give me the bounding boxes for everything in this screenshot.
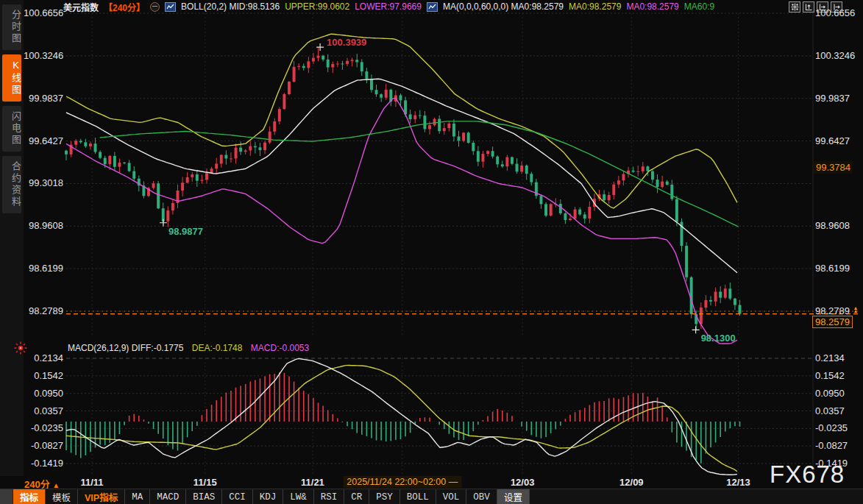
toolbar-item-12[interactable]: BOLL [400,489,436,504]
x-tick-label: 12/13 [726,477,750,488]
boll-lower-value: LOWER:97.9669 [355,1,422,12]
sidebar: 分时图K线图闪电图合约资料 [0,0,24,486]
toolbar-item-3[interactable]: MA [125,489,150,504]
toolbar-item-1[interactable]: 模板 [46,489,78,504]
boll-mid-value: BOLL(20,2) MID:98.5136 [181,1,280,12]
price-up-arrows-icon: ▲▲ [852,307,859,313]
boll-upper-value: UPPER:99.0602 [285,1,349,12]
x-axis-row: 240分 ▲ 2025/11/24 22:00~02:00 — 11/1111/… [0,476,863,489]
sidebar-tab-2[interactable]: 闪电图 [2,106,21,152]
crosshair-icon[interactable] [789,1,800,13]
macd-y-label-right: 0.0357 [815,407,845,416]
toolbar-item-8[interactable]: LW& [283,489,314,504]
toolbar-item-11[interactable]: PSY [369,489,400,504]
x-tick-label: 11/11 [80,477,103,488]
ma-params-value: MA(0,0,0,60,0,0) MA0:98.2579 [443,1,564,12]
x-tick-label: 11/15 [193,477,217,488]
ma-indicator-icon[interactable] [427,2,438,12]
main-y-label-left: 99.3018 [24,179,63,188]
ma0-magenta-value: MA0:98.2579 [626,1,678,12]
main-y-label-right: 98.9608 [815,221,850,230]
sidebar-tab-1[interactable]: K线图 [2,54,21,102]
macd-y-label-left: -0.0235 [24,424,63,433]
macd-y-label-left: -0.1419 [24,459,63,468]
period-label: 【240分】 [104,1,145,13]
watermark: FX678 [770,461,845,489]
toolbar-item-4[interactable]: MACD [150,489,186,504]
macd-dea-value: DEA:-0.1748 [192,343,243,353]
main-y-label-left: 99.9837 [24,94,63,103]
toolbar-item-13[interactable]: VOL [436,489,467,504]
toolbar-item-7[interactable]: KDJ [253,489,284,504]
macd-y-label-left: 0.1542 [24,372,63,380]
ma0-yellow-value: MA0:98.2579 [569,1,621,12]
high-price-marker: 100.3939 [327,37,366,48]
corner-box [0,489,13,504]
macd-y-label-right: 0.2134 [815,354,845,363]
macd-y-label-right: -0.0827 [815,441,848,450]
main-y-label-right: 99.9837 [815,94,850,103]
main-y-label-left: 98.6199 [24,264,63,273]
macd-y-label-right: 0.1542 [815,372,845,380]
toolbar-item-2[interactable]: VIP指标 [78,489,125,504]
trading-app: 分时图K线图闪电图合约资料 美元指数 【240分】 BOLL(20,2) MID… [0,0,863,504]
sidebar-tab-3[interactable]: 合约资料 [2,156,21,213]
main-y-label-right: 99.6427 [815,137,850,146]
toolbar-item-15[interactable]: 设置 [497,489,530,504]
macd-y-label-left: 0.0357 [24,407,63,416]
toolbar-item-0[interactable]: 指标 [13,489,46,504]
last-price-badge: 98.2579 [812,316,853,328]
macd-y-label-left: -0.0827 [24,441,63,450]
level-price-badge: 99.3784 [814,161,853,174]
indicator-toolbar: 指标模板VIP指标MAMACDBIASCCIKDJLW&RSICRPSYBOLL… [0,489,863,504]
low-price-marker: 98.1300 [701,333,736,344]
main-y-label-right: 98.6199 [815,264,850,273]
alert-burst-icon[interactable] [14,341,27,355]
main-y-label-left: 100.3246 [24,52,63,60]
main-y-label-left: 98.9608 [24,221,63,230]
main-y-label-right: 100.3246 [815,52,855,60]
toolbar-item-14[interactable]: OBV [466,489,497,504]
macd-y-label-right: 0.0950 [815,389,845,398]
sidebar-tab-0[interactable]: 分时图 [2,4,21,50]
macd-y-label-left: 0.2134 [24,354,63,363]
x-tick-label: 12/09 [619,477,644,488]
chart-header: 美元指数 【240分】 BOLL(20,2) MID:98.5136 UPPER… [63,1,714,13]
macd-header: MACD(26,12,9) DIFF:-0.1775 DEA:-0.1748 M… [68,343,309,353]
boll-indicator-icon[interactable] [165,2,176,12]
zoom-up-icon[interactable] [803,1,814,13]
instrument-title: 美元指数 [63,1,99,13]
macd-y-label-left: 0.0950 [24,389,63,398]
low-price-marker: 98.9877 [168,226,203,237]
macd-y-label-right: -0.0235 [815,424,848,433]
main-y-label-right: 100.6656 [815,9,855,18]
selected-candle-time: 2025/11/24 22:00~02:00 — [343,476,461,488]
toolbar-item-6[interactable]: CCI [222,489,253,504]
chart-canvas [0,0,863,504]
macd-macd-value: MACD:-0.0053 [251,343,309,353]
main-y-label-left: 99.6427 [24,137,63,146]
ma60-value: MA60:9 [684,1,714,12]
main-y-label-left: 100.6656 [24,9,63,18]
toolbar-item-10[interactable]: CR [344,489,369,504]
x-tick-label: 11/21 [301,477,324,488]
main-y-label-left: 98.2789 [24,307,63,316]
toolbar-item-9[interactable]: RSI [314,489,345,504]
x-tick-label: 12/03 [511,477,535,488]
zoom-toggle-icon[interactable] [150,2,160,12]
macd-diff-value: MACD(26,12,9) DIFF:-0.1775 [68,343,183,353]
toolbar-item-5[interactable]: BIAS [186,489,222,504]
main-y-label-right: 98.2789 [815,307,850,316]
